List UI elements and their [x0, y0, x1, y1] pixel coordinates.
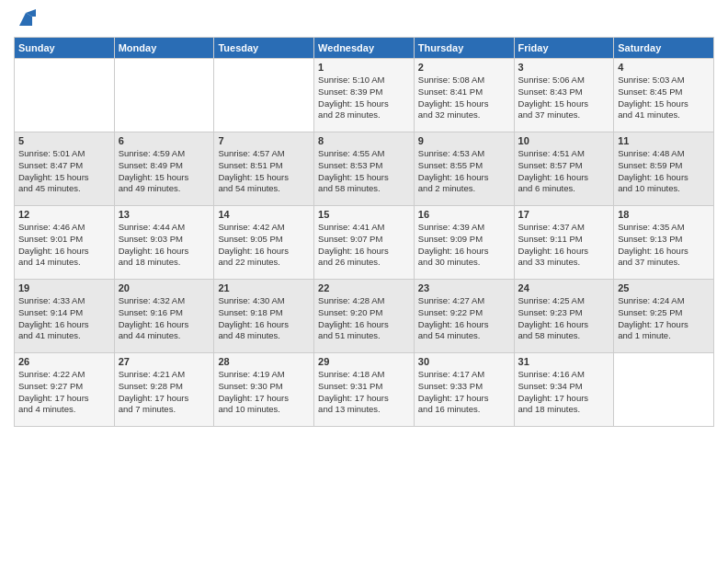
- calendar-cell: 11Sunrise: 4:48 AMSunset: 8:59 PMDayligh…: [614, 132, 714, 206]
- cell-line: and 51 minutes.: [318, 330, 381, 340]
- day-number: 4: [618, 62, 710, 73]
- cell-line: and 44 minutes.: [119, 330, 181, 340]
- cell-content: Sunrise: 4:22 AMSunset: 9:27 PMDaylight:…: [18, 369, 110, 416]
- day-number: 13: [119, 209, 210, 220]
- cell-line: and 18 minutes.: [119, 257, 181, 267]
- cell-line: Sunrise: 4:19 AM: [218, 369, 284, 379]
- cell-line: Daylight: 16 hours: [218, 319, 289, 329]
- cell-line: Sunset: 9:27 PM: [18, 381, 83, 391]
- calendar-cell: 27Sunrise: 4:21 AMSunset: 9:28 PMDayligh…: [114, 353, 214, 427]
- cell-content: Sunrise: 4:17 AMSunset: 9:33 PMDaylight:…: [418, 369, 510, 416]
- col-monday: Monday: [114, 38, 214, 59]
- cell-line: and 22 minutes.: [218, 257, 280, 267]
- cell-line: and 6 minutes.: [518, 183, 575, 193]
- cell-line: Sunrise: 4:33 AM: [18, 295, 85, 305]
- calendar-cell: 4Sunrise: 5:03 AMSunset: 8:45 PMDaylight…: [614, 59, 714, 132]
- calendar-cell: 20Sunrise: 4:32 AMSunset: 9:16 PMDayligh…: [114, 280, 214, 353]
- calendar-week-3: 12Sunrise: 4:46 AMSunset: 9:01 PMDayligh…: [15, 206, 714, 280]
- cell-line: Sunset: 8:39 PM: [318, 86, 382, 97]
- cell-line: Sunset: 9:18 PM: [218, 307, 282, 317]
- cell-line: and 28 minutes.: [318, 109, 381, 120]
- cell-line: Daylight: 16 hours: [518, 172, 589, 182]
- cell-line: Daylight: 15 hours: [418, 98, 489, 109]
- header: [14, 9, 714, 29]
- cell-content: Sunrise: 4:51 AMSunset: 8:57 PMDaylight:…: [518, 148, 610, 195]
- cell-line: Sunrise: 4:32 AM: [119, 295, 185, 305]
- cell-line: Daylight: 16 hours: [218, 246, 289, 256]
- day-number: 18: [618, 209, 710, 220]
- day-number: 26: [18, 356, 110, 367]
- cell-line: Sunrise: 4:24 AM: [618, 295, 684, 305]
- cell-line: Sunset: 9:23 PM: [518, 307, 583, 317]
- cell-line: Sunset: 8:45 PM: [618, 86, 682, 97]
- cell-line: Sunrise: 5:08 AM: [418, 75, 484, 85]
- cell-line: and 41 minutes.: [18, 330, 81, 340]
- cell-line: Sunrise: 4:27 AM: [418, 295, 484, 305]
- cell-line: Sunrise: 4:28 AM: [318, 295, 384, 305]
- cell-line: and 30 minutes.: [418, 257, 481, 267]
- cell-content: Sunrise: 4:24 AMSunset: 9:25 PMDaylight:…: [618, 295, 710, 342]
- cell-line: Daylight: 16 hours: [318, 246, 389, 256]
- calendar-cell: 8Sunrise: 4:55 AMSunset: 8:53 PMDaylight…: [314, 132, 415, 206]
- cell-line: Daylight: 15 hours: [318, 98, 389, 109]
- day-number: 2: [418, 62, 510, 73]
- cell-line: Daylight: 16 hours: [518, 319, 589, 329]
- cell-content: Sunrise: 4:16 AMSunset: 9:34 PMDaylight:…: [518, 369, 610, 416]
- calendar-cell: [15, 59, 115, 132]
- cell-line: Sunrise: 4:25 AM: [518, 295, 585, 305]
- cell-line: Daylight: 16 hours: [618, 172, 688, 182]
- calendar-cell: [214, 59, 314, 132]
- calendar-week-1: 1Sunrise: 5:10 AMSunset: 8:39 PMDaylight…: [15, 59, 714, 132]
- cell-line: Sunrise: 4:51 AM: [518, 148, 585, 158]
- calendar-cell: 13Sunrise: 4:44 AMSunset: 9:03 PMDayligh…: [114, 206, 214, 280]
- cell-line: and 58 minutes.: [518, 330, 581, 340]
- cell-line: and 16 minutes.: [418, 404, 481, 414]
- day-number: 20: [119, 282, 210, 293]
- cell-line: Sunrise: 5:01 AM: [18, 148, 85, 158]
- cell-line: and 4 minutes.: [18, 404, 75, 414]
- cell-content: Sunrise: 4:32 AMSunset: 9:16 PMDaylight:…: [119, 295, 210, 342]
- calendar-cell: 3Sunrise: 5:06 AMSunset: 8:43 PMDaylight…: [514, 59, 614, 132]
- calendar-cell: 5Sunrise: 5:01 AMSunset: 8:47 PMDaylight…: [15, 132, 115, 206]
- calendar-cell: 25Sunrise: 4:24 AMSunset: 9:25 PMDayligh…: [614, 280, 714, 353]
- cell-line: Sunset: 9:28 PM: [119, 381, 183, 391]
- cell-content: Sunrise: 4:30 AMSunset: 9:18 PMDaylight:…: [218, 295, 310, 342]
- cell-line: and 37 minutes.: [518, 109, 581, 120]
- cell-content: Sunrise: 4:35 AMSunset: 9:13 PMDaylight:…: [618, 222, 710, 269]
- day-number: 30: [418, 356, 510, 367]
- calendar-cell: 2Sunrise: 5:08 AMSunset: 8:41 PMDaylight…: [414, 59, 514, 132]
- cell-line: and 32 minutes.: [418, 109, 481, 120]
- cell-content: Sunrise: 4:21 AMSunset: 9:28 PMDaylight:…: [119, 369, 210, 416]
- cell-line: Daylight: 16 hours: [418, 172, 489, 182]
- day-number: 15: [318, 209, 410, 220]
- cell-line: Sunset: 8:43 PM: [518, 86, 583, 97]
- cell-content: Sunrise: 4:18 AMSunset: 9:31 PMDaylight:…: [318, 369, 410, 416]
- cell-line: Daylight: 17 hours: [618, 319, 688, 329]
- cell-line: Daylight: 15 hours: [18, 172, 89, 182]
- cell-content: Sunrise: 4:37 AMSunset: 9:11 PMDaylight:…: [518, 222, 610, 269]
- cell-content: Sunrise: 4:28 AMSunset: 9:20 PMDaylight:…: [318, 295, 410, 342]
- cell-content: Sunrise: 4:25 AMSunset: 9:23 PMDaylight:…: [518, 295, 610, 342]
- calendar-cell: 31Sunrise: 4:16 AMSunset: 9:34 PMDayligh…: [514, 353, 614, 427]
- calendar-cell: 9Sunrise: 4:53 AMSunset: 8:55 PMDaylight…: [414, 132, 514, 206]
- day-number: 7: [218, 135, 310, 146]
- cell-line: Sunset: 9:09 PM: [418, 234, 483, 244]
- cell-line: and 37 minutes.: [618, 257, 680, 267]
- cell-line: Sunset: 9:14 PM: [18, 307, 83, 317]
- cell-line: Sunrise: 4:59 AM: [119, 148, 185, 158]
- cell-content: Sunrise: 4:48 AMSunset: 8:59 PMDaylight:…: [618, 148, 710, 195]
- cell-line: Daylight: 16 hours: [119, 246, 189, 256]
- cell-line: Sunrise: 4:35 AM: [618, 222, 684, 232]
- calendar-cell: 30Sunrise: 4:17 AMSunset: 9:33 PMDayligh…: [414, 353, 514, 427]
- calendar-cell: 1Sunrise: 5:10 AMSunset: 8:39 PMDaylight…: [314, 59, 415, 132]
- day-number: 9: [418, 135, 510, 146]
- cell-line: and 49 minutes.: [119, 183, 181, 193]
- day-number: 1: [318, 62, 410, 73]
- cell-line: Daylight: 16 hours: [318, 319, 389, 329]
- cell-line: Sunset: 8:47 PM: [18, 160, 83, 170]
- cell-line: Sunset: 9:01 PM: [18, 234, 83, 244]
- cell-line: Sunset: 9:07 PM: [318, 234, 382, 244]
- cell-line: Sunset: 9:31 PM: [318, 381, 382, 391]
- cell-content: Sunrise: 4:57 AMSunset: 8:51 PMDaylight:…: [218, 148, 310, 195]
- day-number: 6: [119, 135, 210, 146]
